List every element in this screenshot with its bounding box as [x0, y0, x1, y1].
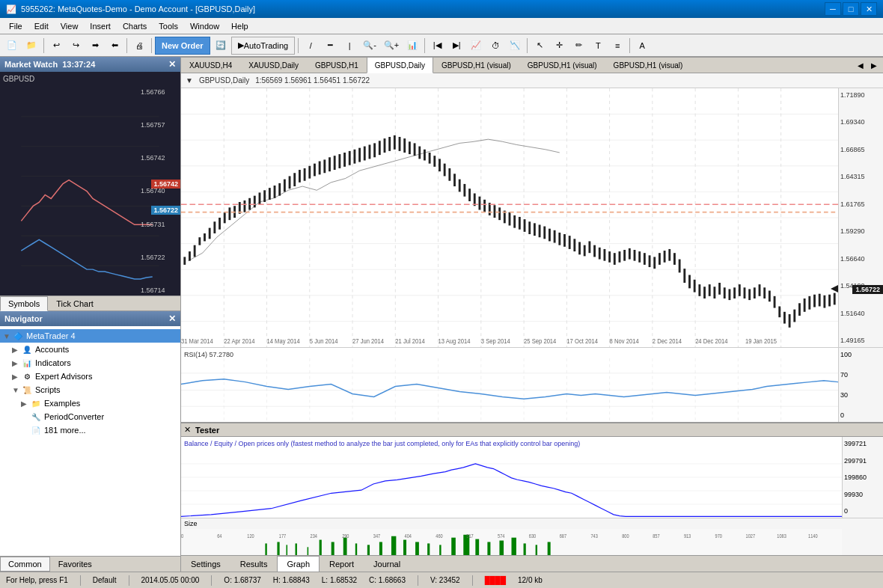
- toolbar-chart[interactable]: 📊: [403, 37, 421, 55]
- nav-tab-common[interactable]: Common: [0, 557, 50, 572]
- tester-tab-settings[interactable]: Settings: [181, 556, 230, 572]
- svg-text:913: 913: [684, 533, 691, 539]
- toolbar-undo[interactable]: ↩: [47, 37, 65, 55]
- toolbar-b3[interactable]: 📉: [506, 37, 524, 55]
- market-chart-area: GBPUSD: [0, 72, 180, 295]
- market-watch-tabs: Symbols Tick Chart: [0, 295, 180, 310]
- tester-close-button[interactable]: ✕: [184, 425, 191, 435]
- navigator-close[interactable]: ✕: [168, 313, 176, 324]
- toolbar-redo[interactable]: ↪: [67, 37, 85, 55]
- nav-label-accounts: Accounts: [35, 345, 69, 354]
- menu-file[interactable]: File: [3, 18, 28, 34]
- toolbar-more[interactable]: ≡: [608, 37, 626, 55]
- chart-header-arrow: ▼: [186, 76, 193, 85]
- svg-rect-203: [286, 545, 287, 555]
- title-bar-left: 📈 5955262: MetaQuotes-Demo - Demo Accoun…: [6, 4, 255, 14]
- toolbar-back[interactable]: ⬅: [106, 37, 123, 55]
- tester-tab-results[interactable]: Results: [230, 556, 278, 572]
- nav-item-period-converter[interactable]: 🔧 PeriodConverter: [0, 410, 180, 423]
- nav-item-metatrader4[interactable]: ▼ 🔷 MetaTrader 4: [0, 329, 180, 343]
- toolbar-refresh[interactable]: 🔄: [212, 37, 230, 55]
- nav-item-accounts[interactable]: ▶ 👤 Accounts: [0, 343, 180, 356]
- nav-label-indicators: Indicators: [35, 358, 71, 367]
- chart-tab-gbpusd-h1-visual1[interactable]: GBPUSD,H1 (visual): [433, 57, 519, 73]
- status-sep2: [129, 575, 129, 586]
- nav-item-examples[interactable]: ▶ 📁 Examples: [0, 396, 180, 410]
- toolbar-time[interactable]: ⏱: [486, 37, 504, 55]
- svg-text:0: 0: [181, 533, 184, 539]
- rsi-svg: [181, 358, 838, 422]
- status-memory: 12/0 kb: [518, 576, 543, 584]
- nav-item-scripts[interactable]: ▼ 📜 Scripts: [0, 383, 180, 396]
- toolbar-line[interactable]: /: [302, 37, 320, 55]
- menu-tools[interactable]: Tools: [153, 18, 184, 34]
- tester-tab-journal[interactable]: Journal: [364, 556, 410, 572]
- toolbar-text[interactable]: T: [589, 37, 607, 55]
- svg-rect-202: [277, 542, 279, 556]
- menu-bar: File Edit View Insert Charts Tools Windo…: [0, 18, 883, 34]
- svg-text:743: 743: [590, 533, 598, 539]
- toolbar-b1[interactable]: |◀: [428, 37, 446, 55]
- toolbar-hline[interactable]: ━: [321, 37, 339, 55]
- menu-edit[interactable]: Edit: [28, 18, 55, 34]
- chart-tab-xauusd-daily[interactable]: XAUUSD,Daily: [240, 57, 307, 73]
- toolbar-pencil[interactable]: ✏: [569, 37, 587, 55]
- svg-rect-207: [331, 542, 334, 556]
- toolbar-vline[interactable]: |: [340, 37, 358, 55]
- menu-view[interactable]: View: [55, 18, 85, 34]
- toolbar-cross[interactable]: ✛: [550, 37, 568, 55]
- navigator-title: Navigator: [4, 314, 43, 323]
- toolbar-zoom-out[interactable]: 🔍-: [360, 37, 379, 55]
- chart-tab-gbpusd-daily[interactable]: GBPUSD,Daily: [367, 57, 433, 73]
- toolbar-b2[interactable]: ▶|: [447, 37, 465, 55]
- status-datetime: 2014.05.05 00:00: [141, 576, 200, 584]
- tester-tab-graph[interactable]: Graph: [277, 556, 320, 572]
- svg-text:1083: 1083: [777, 533, 786, 539]
- svg-text:234: 234: [311, 533, 318, 539]
- nav-item-indicators[interactable]: ▶ 📊 Indicators: [0, 356, 180, 370]
- market-watch-close[interactable]: ✕: [168, 59, 176, 70]
- chart-tab-xauusd-h4[interactable]: XAUUSD,H4: [181, 57, 240, 73]
- tab-symbols[interactable]: Symbols: [0, 296, 48, 311]
- status-open: O: 1.68737: [224, 576, 260, 584]
- new-order-button[interactable]: New Order: [155, 37, 210, 55]
- chart-tab-gbpusd-h1-visual2[interactable]: GBPUSD,H1 (visual): [519, 57, 605, 73]
- svg-rect-205: [308, 547, 309, 555]
- menu-insert[interactable]: Insert: [84, 18, 117, 34]
- menu-help[interactable]: Help: [225, 18, 254, 34]
- nav-accounts-expand: ▶: [12, 346, 21, 354]
- toolbar-cursor[interactable]: ↖: [531, 37, 549, 55]
- toolbar-font[interactable]: A: [633, 37, 651, 55]
- minimize-button[interactable]: ─: [825, 2, 841, 16]
- nav-tab-favorites[interactable]: Favorites: [50, 557, 100, 572]
- svg-text:687: 687: [560, 533, 567, 539]
- chart-tab-gbpusd-h1[interactable]: GBPUSD,H1: [307, 57, 367, 73]
- nav-icon-indicators: 📊: [21, 357, 33, 369]
- market-watch-panel: Market Watch 13:37:24 ✕ GBPUSD: [0, 57, 180, 311]
- app-container: 📈 5955262: MetaQuotes-Demo - Demo Accoun…: [0, 0, 883, 588]
- toolbar-arrow[interactable]: ➡: [86, 37, 104, 55]
- tester-chart: Balance / Equity / Open prices only (fas…: [181, 437, 883, 518]
- toolbar-print[interactable]: 🖨: [130, 37, 148, 55]
- nav-item-expert-advisors[interactable]: ▶ ⚙ Expert Advisors: [0, 370, 180, 383]
- chart-tab-arrow-right[interactable]: ▶: [868, 60, 880, 71]
- nav-item-more[interactable]: 📄 181 more...: [0, 423, 180, 437]
- toolbar-new[interactable]: 📄: [3, 37, 21, 55]
- svg-text:17 Oct 2014: 17 Oct 2014: [566, 337, 598, 344]
- toolbar-open[interactable]: 📁: [22, 37, 40, 55]
- svg-rect-201: [265, 543, 266, 555]
- maximize-button[interactable]: □: [843, 2, 859, 16]
- close-button[interactable]: ✕: [861, 2, 877, 16]
- toolbar-sep6: [527, 38, 528, 53]
- toolbar-zoom-in[interactable]: 🔍+: [381, 37, 402, 55]
- chart-tab-arrow-left[interactable]: ◀: [855, 60, 867, 71]
- autotrading-button[interactable]: ▶ AutoTrading: [231, 37, 296, 55]
- svg-rect-220: [487, 542, 490, 556]
- chart-tab-gbpusd-h1-visual3[interactable]: GBPUSD,H1 (visual): [605, 57, 691, 73]
- toolbar-chart-type[interactable]: 📈: [467, 37, 485, 55]
- tester-tab-report[interactable]: Report: [320, 556, 364, 572]
- tab-tick-chart[interactable]: Tick Chart: [48, 296, 102, 310]
- menu-window[interactable]: Window: [184, 18, 225, 34]
- tester-title: Tester: [195, 426, 219, 435]
- menu-charts[interactable]: Charts: [117, 18, 153, 34]
